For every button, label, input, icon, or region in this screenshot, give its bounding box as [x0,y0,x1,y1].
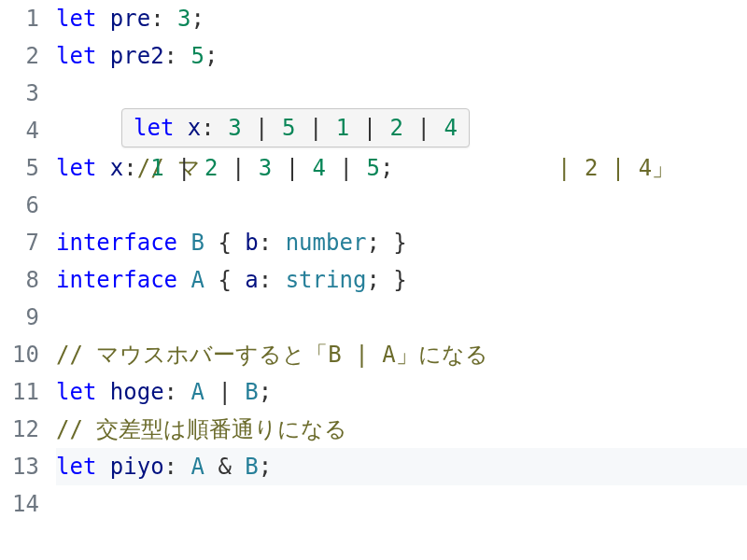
union-operator: | [340,155,353,181]
code-line[interactable]: // マウスホバーすると「B | A」になる [56,336,747,373]
keyword-interface: interface [56,267,177,293]
identifier: x [188,115,201,141]
union-operator: | [232,155,245,181]
union-operator: | [177,155,190,181]
code-line[interactable]: let pre2: 5; [56,37,747,75]
code-line[interactable] [56,299,747,336]
type-keyword: number [286,230,367,256]
union-operator: | [286,155,299,181]
brace-open: { [218,267,231,293]
comment: // マウスホバーすると「B | A」になる [56,342,488,368]
property-name: b [245,230,258,256]
line-number: 12 [0,411,39,448]
line-number: 6 [0,187,39,224]
line-number: 2 [0,37,39,75]
line-number: 4 [0,112,39,149]
line-number: 11 [0,373,39,411]
identifier: piyo [110,454,164,480]
type-reference: A [191,454,204,480]
brace-close: } [393,230,406,256]
code-line[interactable] [56,485,747,523]
keyword-let: let [56,454,96,480]
line-number: 13 [0,448,39,485]
number-literal: 1 [150,155,163,181]
union-operator: | [218,379,231,405]
type-reference: B [245,379,258,405]
type-reference: A [191,379,204,405]
code-line[interactable]: let x: 1 | 2 | 3 | 4 | 5; [56,149,747,187]
semicolon: ; [204,43,218,69]
brace-open: { [218,230,231,256]
keyword-let: let [134,115,174,141]
colon: : [164,379,177,405]
keyword-let: let [56,6,96,32]
number-literal: 3 [259,155,272,181]
colon: : [164,43,177,69]
code-line[interactable]: // 交差型は順番通りになる [56,411,747,448]
number-literal: 4 [444,115,457,141]
line-number: 10 [0,336,39,373]
colon: : [164,454,177,480]
union-operator: | [363,115,376,141]
code-line[interactable] [56,75,747,112]
code-line[interactable]: let hoge: A | B; [56,373,747,411]
semicolon: ; [259,379,272,405]
number-literal: 3 [177,6,190,32]
keyword-let: let [56,379,96,405]
colon: : [201,115,214,141]
brace-close: } [393,267,406,293]
number-literal: 5 [191,43,204,69]
number-literal: 2 [390,115,403,141]
union-operator: | [255,115,268,141]
number-literal: 3 [228,115,241,141]
colon: : [150,6,163,32]
type-keyword: string [286,267,367,293]
semicolon: ; [366,267,379,293]
code-line[interactable]: interface B { b: number; } [56,224,747,261]
identifier: pre [110,6,150,32]
semicolon: ; [259,454,272,480]
code-line[interactable] [56,187,747,224]
number-literal: 2 [204,155,218,181]
intersection-operator: & [218,454,231,480]
identifier: x [110,155,123,181]
type-reference: B [245,454,258,480]
property-name: a [245,267,258,293]
code-line-active[interactable]: let piyo: A & B; [56,448,747,485]
line-number: 1 [0,0,39,37]
keyword-let: let [56,155,96,181]
type-name: B [191,230,204,256]
semicolon: ; [380,155,393,181]
colon: : [259,230,272,256]
union-operator: | [417,115,430,141]
union-operator: | [309,115,322,141]
hover-tooltip: let x: 3 | 5 | 1 | 2 | 4 [121,108,470,147]
line-number: 3 [0,75,39,112]
keyword-interface: interface [56,230,177,256]
code-line[interactable]: interface A { a: string; } [56,261,747,299]
semicolon: ; [366,230,379,256]
colon: : [123,155,136,181]
number-literal: 1 [336,115,349,141]
line-number: 9 [0,299,39,336]
keyword-let: let [56,43,96,69]
type-name: A [191,267,204,293]
code-area[interactable]: let pre: 3; let pre2: 5; // マウスホバーすると「3 … [56,0,747,560]
code-editor[interactable]: 1 2 3 4 5 6 7 8 9 10 11 12 13 14 let pre… [0,0,747,560]
comment: // 交差型は順番通りになる [56,416,347,442]
number-literal: 5 [282,115,295,141]
identifier: pre2 [110,43,164,69]
code-line[interactable]: let pre: 3; [56,0,747,37]
number-literal: 4 [313,155,326,181]
line-number: 8 [0,261,39,299]
semicolon: ; [191,6,204,32]
line-number: 14 [0,485,39,523]
number-literal: 5 [366,155,379,181]
line-number: 7 [0,224,39,261]
line-number-gutter: 1 2 3 4 5 6 7 8 9 10 11 12 13 14 [0,0,56,560]
identifier: hoge [110,379,164,405]
colon: : [259,267,272,293]
code-line[interactable]: // マウスホバーすると「3 | 5 | 1 | 2 | 4」 let x: 3… [56,112,747,149]
line-number: 5 [0,149,39,187]
